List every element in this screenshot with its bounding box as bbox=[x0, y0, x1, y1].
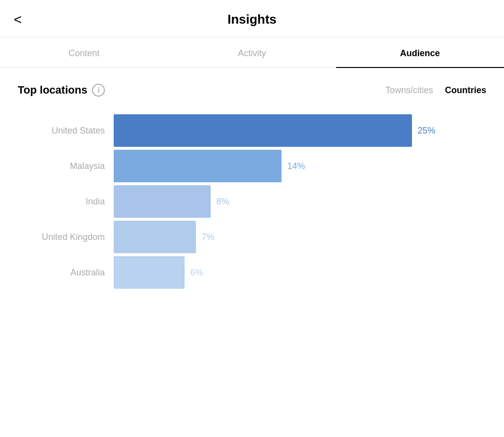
bar-container: 6% bbox=[114, 256, 486, 289]
bar-percentage: 14% bbox=[287, 161, 305, 171]
chart-row: India 8% bbox=[18, 185, 486, 218]
info-icon[interactable]: i bbox=[92, 84, 105, 97]
chart-row: Malaysia 14% bbox=[18, 150, 486, 182]
page-title: Insights bbox=[227, 12, 277, 27]
bar-container: 25% bbox=[114, 114, 486, 147]
bar-container: 7% bbox=[114, 221, 486, 253]
bar-chart: United States 25% Malaysia 14% India 8% … bbox=[18, 114, 486, 292]
bar-fill bbox=[114, 114, 412, 147]
bar-label: Malaysia bbox=[18, 161, 114, 171]
bar-percentage: 25% bbox=[418, 126, 436, 136]
bar-container: 14% bbox=[114, 150, 486, 182]
bar-label: United Kingdom bbox=[18, 232, 114, 242]
bar-fill bbox=[114, 150, 282, 182]
tab-activity[interactable]: Activity bbox=[168, 37, 336, 67]
header: < Insights bbox=[0, 0, 504, 37]
tab-content[interactable]: Content bbox=[0, 37, 168, 67]
bar-fill bbox=[114, 221, 196, 253]
bar-label: United States bbox=[18, 126, 114, 136]
locations-title-group: Top locations i bbox=[18, 84, 105, 97]
bar-percentage: 7% bbox=[202, 232, 215, 242]
bar-fill bbox=[114, 185, 211, 218]
chart-row: Australia 6% bbox=[18, 256, 486, 289]
back-button[interactable]: < bbox=[14, 13, 22, 27]
filter-countries[interactable]: Countries bbox=[445, 85, 486, 96]
bar-label: India bbox=[18, 197, 114, 207]
tab-audience[interactable]: Audience bbox=[336, 37, 504, 67]
bar-percentage: 8% bbox=[217, 197, 229, 207]
main-content: Top locations i Towns/cities Countries U… bbox=[0, 68, 504, 307]
chart-row: United Kingdom 7% bbox=[18, 221, 486, 253]
locations-title: Top locations bbox=[18, 84, 87, 97]
bar-fill bbox=[114, 256, 185, 289]
location-filters: Towns/cities Countries bbox=[385, 85, 486, 96]
bar-container: 8% bbox=[114, 185, 486, 218]
bar-percentage: 6% bbox=[190, 268, 203, 278]
filter-towns[interactable]: Towns/cities bbox=[385, 85, 433, 96]
locations-header: Top locations i Towns/cities Countries bbox=[18, 84, 486, 97]
chart-row: United States 25% bbox=[18, 114, 486, 147]
tabs-bar: Content Activity Audience bbox=[0, 37, 504, 68]
bar-label: Australia bbox=[18, 268, 114, 278]
